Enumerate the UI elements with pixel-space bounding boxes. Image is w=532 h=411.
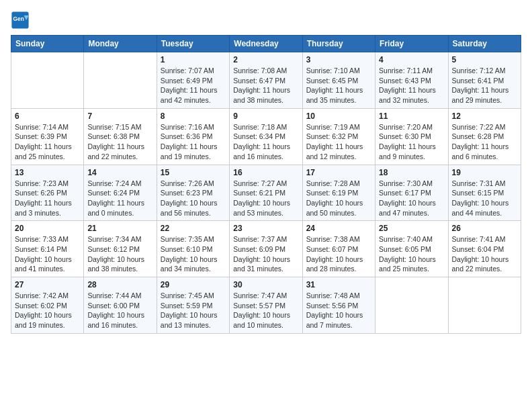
calendar-cell: 26Sunrise: 7:41 AMSunset: 6:04 PMDayligh… — [448, 221, 521, 277]
day-number: 21 — [87, 224, 152, 233]
day-info: Sunrise: 7:08 AMSunset: 6:47 PMDaylight:… — [233, 66, 298, 105]
day-number: 26 — [452, 224, 517, 233]
calendar-cell: 4Sunrise: 7:11 AMSunset: 6:43 PMDaylight… — [375, 52, 448, 109]
day-number: 10 — [306, 111, 371, 121]
calendar-cell: 17Sunrise: 7:28 AMSunset: 6:19 PMDayligh… — [302, 165, 375, 221]
calendar-cell: 6Sunrise: 7:14 AMSunset: 6:39 PMDaylight… — [11, 108, 84, 165]
calendar-cell: 29Sunrise: 7:45 AMSunset: 5:59 PMDayligh… — [157, 277, 229, 334]
calendar-cell: 24Sunrise: 7:38 AMSunset: 6:07 PMDayligh… — [302, 221, 375, 277]
calendar-cell: 2Sunrise: 7:08 AMSunset: 6:47 PMDaylight… — [230, 52, 302, 109]
calendar-cell: 15Sunrise: 7:26 AMSunset: 6:23 PMDayligh… — [157, 165, 229, 221]
calendar-cell: 22Sunrise: 7:35 AMSunset: 6:10 PMDayligh… — [157, 221, 229, 277]
day-number: 9 — [233, 111, 298, 121]
calendar-cell: 23Sunrise: 7:37 AMSunset: 6:09 PMDayligh… — [230, 221, 302, 277]
day-number: 29 — [161, 280, 226, 289]
calendar-cell: 25Sunrise: 7:40 AMSunset: 6:05 PMDayligh… — [375, 221, 448, 277]
calendar-cell: 14Sunrise: 7:24 AMSunset: 6:24 PMDayligh… — [84, 165, 157, 221]
calendar-cell — [84, 52, 157, 109]
day-info: Sunrise: 7:15 AMSunset: 6:38 PMDaylight:… — [87, 122, 152, 162]
day-number: 12 — [452, 111, 517, 121]
day-info: Sunrise: 7:41 AMSunset: 6:04 PMDaylight:… — [452, 234, 517, 274]
day-info: Sunrise: 7:10 AMSunset: 6:45 PMDaylight:… — [306, 66, 371, 105]
calendar-cell: 12Sunrise: 7:22 AMSunset: 6:28 PMDayligh… — [448, 108, 521, 165]
day-info: Sunrise: 7:23 AMSunset: 6:26 PMDaylight:… — [15, 179, 80, 218]
day-number: 5 — [452, 55, 517, 64]
logo-icon: Gen — [11, 11, 30, 30]
day-info: Sunrise: 7:26 AMSunset: 6:23 PMDaylight:… — [161, 179, 226, 218]
day-number: 23 — [233, 224, 298, 233]
day-number: 30 — [233, 280, 298, 289]
day-info: Sunrise: 7:30 AMSunset: 6:17 PMDaylight:… — [379, 179, 444, 218]
day-info: Sunrise: 7:24 AMSunset: 6:24 PMDaylight:… — [87, 179, 152, 218]
day-info: Sunrise: 7:47 AMSunset: 5:57 PMDaylight:… — [233, 291, 298, 330]
day-number: 16 — [233, 168, 298, 177]
calendar-cell: 21Sunrise: 7:34 AMSunset: 6:12 PMDayligh… — [84, 221, 157, 277]
col-header-wednesday: Wednesday — [230, 36, 302, 52]
col-header-tuesday: Tuesday — [157, 36, 229, 52]
calendar-cell: 28Sunrise: 7:44 AMSunset: 6:00 PMDayligh… — [84, 277, 157, 334]
calendar-cell: 31Sunrise: 7:48 AMSunset: 5:56 PMDayligh… — [302, 277, 375, 334]
day-info: Sunrise: 7:31 AMSunset: 6:15 PMDaylight:… — [452, 179, 517, 218]
day-number: 11 — [379, 111, 444, 121]
calendar-cell: 11Sunrise: 7:20 AMSunset: 6:30 PMDayligh… — [375, 108, 448, 165]
day-info: Sunrise: 7:20 AMSunset: 6:30 PMDaylight:… — [379, 122, 444, 162]
day-number: 4 — [379, 55, 444, 64]
day-number: 28 — [87, 280, 152, 289]
day-number: 20 — [15, 224, 80, 233]
day-number: 3 — [306, 55, 371, 64]
page-header: Gen — [11, 11, 521, 30]
col-header-sunday: Sunday — [11, 36, 84, 52]
day-number: 19 — [452, 168, 517, 177]
day-number: 1 — [161, 55, 226, 64]
calendar-table: SundayMondayTuesdayWednesdayThursdayFrid… — [11, 35, 521, 334]
day-info: Sunrise: 7:48 AMSunset: 5:56 PMDaylight:… — [306, 291, 371, 330]
day-info: Sunrise: 7:16 AMSunset: 6:36 PMDaylight:… — [161, 122, 226, 162]
col-header-thursday: Thursday — [302, 36, 375, 52]
day-info: Sunrise: 7:40 AMSunset: 6:05 PMDaylight:… — [379, 234, 444, 274]
calendar-cell: 9Sunrise: 7:18 AMSunset: 6:34 PMDaylight… — [230, 108, 302, 165]
day-number: 24 — [306, 224, 371, 233]
calendar-cell: 30Sunrise: 7:47 AMSunset: 5:57 PMDayligh… — [230, 277, 302, 334]
calendar-cell: 18Sunrise: 7:30 AMSunset: 6:17 PMDayligh… — [375, 165, 448, 221]
day-number: 14 — [87, 168, 152, 177]
calendar-cell: 7Sunrise: 7:15 AMSunset: 6:38 PMDaylight… — [84, 108, 157, 165]
day-number: 15 — [161, 168, 226, 177]
day-info: Sunrise: 7:45 AMSunset: 5:59 PMDaylight:… — [161, 291, 226, 330]
day-info: Sunrise: 7:12 AMSunset: 6:41 PMDaylight:… — [452, 66, 517, 105]
day-number: 6 — [15, 111, 80, 121]
day-number: 7 — [87, 111, 152, 121]
day-info: Sunrise: 7:28 AMSunset: 6:19 PMDaylight:… — [306, 179, 371, 218]
day-info: Sunrise: 7:27 AMSunset: 6:21 PMDaylight:… — [233, 179, 298, 218]
day-info: Sunrise: 7:42 AMSunset: 6:02 PMDaylight:… — [15, 291, 80, 330]
day-number: 27 — [15, 280, 80, 289]
calendar-cell: 5Sunrise: 7:12 AMSunset: 6:41 PMDaylight… — [448, 52, 521, 109]
day-info: Sunrise: 7:33 AMSunset: 6:14 PMDaylight:… — [15, 234, 80, 274]
day-info: Sunrise: 7:37 AMSunset: 6:09 PMDaylight:… — [233, 234, 298, 274]
day-info: Sunrise: 7:34 AMSunset: 6:12 PMDaylight:… — [87, 234, 152, 274]
day-info: Sunrise: 7:19 AMSunset: 6:32 PMDaylight:… — [306, 122, 371, 162]
day-info: Sunrise: 7:07 AMSunset: 6:49 PMDaylight:… — [161, 66, 226, 105]
svg-text:Gen: Gen — [13, 15, 24, 22]
calendar-cell: 13Sunrise: 7:23 AMSunset: 6:26 PMDayligh… — [11, 165, 84, 221]
day-info: Sunrise: 7:44 AMSunset: 6:00 PMDaylight:… — [87, 291, 152, 330]
calendar-cell: 3Sunrise: 7:10 AMSunset: 6:45 PMDaylight… — [302, 52, 375, 109]
col-header-friday: Friday — [375, 36, 448, 52]
calendar-cell: 20Sunrise: 7:33 AMSunset: 6:14 PMDayligh… — [11, 221, 84, 277]
calendar-cell — [375, 277, 448, 334]
day-info: Sunrise: 7:14 AMSunset: 6:39 PMDaylight:… — [15, 122, 80, 162]
day-info: Sunrise: 7:22 AMSunset: 6:28 PMDaylight:… — [452, 122, 517, 162]
day-number: 31 — [306, 280, 371, 289]
calendar-cell: 19Sunrise: 7:31 AMSunset: 6:15 PMDayligh… — [448, 165, 521, 221]
day-number: 8 — [161, 111, 226, 121]
col-header-monday: Monday — [84, 36, 157, 52]
day-number: 13 — [15, 168, 80, 177]
day-info: Sunrise: 7:11 AMSunset: 6:43 PMDaylight:… — [379, 66, 444, 105]
calendar-cell: 10Sunrise: 7:19 AMSunset: 6:32 PMDayligh… — [302, 108, 375, 165]
day-number: 25 — [379, 224, 444, 233]
day-info: Sunrise: 7:35 AMSunset: 6:10 PMDaylight:… — [161, 234, 226, 274]
calendar-cell: 8Sunrise: 7:16 AMSunset: 6:36 PMDaylight… — [157, 108, 229, 165]
day-number: 18 — [379, 168, 444, 177]
day-number: 22 — [161, 224, 226, 233]
calendar-cell — [448, 277, 521, 334]
day-info: Sunrise: 7:18 AMSunset: 6:34 PMDaylight:… — [233, 122, 298, 162]
